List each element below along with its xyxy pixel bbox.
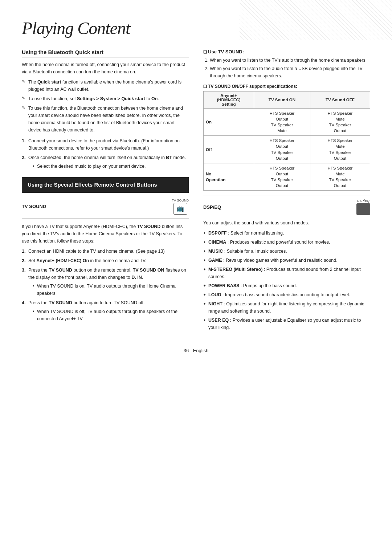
tv-symbol: 📺	[177, 205, 184, 212]
table-label-on: On	[204, 109, 254, 136]
special-effects-box: Using the Special Effects Remote Control…	[22, 177, 189, 193]
dsp-item-7: LOUD : Improves bass sound characteristi…	[203, 291, 370, 298]
dsp-item-4: GAME : Revs up video games with powerful…	[203, 257, 370, 264]
tv-sound-body: If you have a TV that supports Anynet+ (…	[22, 223, 189, 245]
bluetooth-intro: When the home cinema is turned off, conn…	[22, 61, 189, 76]
table-on-sound-off: HTS SpeakerMuteTV SpeakerOutput	[310, 109, 370, 136]
page-footer: 36 - English	[22, 344, 370, 353]
dsp-item-8: NIGHT : Optimizes sound for night time l…	[203, 300, 370, 315]
tv-sound-icon-box: TV SOUND 📺	[172, 199, 189, 215]
dsp-eq-body: You can adjust the sound with various so…	[203, 219, 370, 227]
bluetooth-memo-list: The Quick start function is available wh…	[22, 78, 189, 134]
memo-item-1: The Quick start function is available wh…	[22, 78, 189, 93]
table-row-no-op: NoOperation HTS SpeakerOutputTV SpeakerO…	[204, 163, 370, 190]
tv-sound-label: TV SOUND	[22, 204, 164, 209]
bluetooth-steps: 1. Connect your smart device to the prod…	[22, 137, 189, 170]
dsp-item-5: M-STEREO (Multi Stereo) : Produces surro…	[203, 266, 370, 280]
table-label-off: Off	[204, 136, 254, 163]
dsp-eq-section: DSP/EQ DSP/EQ	[203, 195, 370, 215]
spec-table: Anynet+(HDMI-CEC)Setting TV Sound ON TV …	[203, 91, 370, 191]
dsp-item-6: POWER BASS : Pumps up the bass sound.	[203, 282, 370, 289]
tv-sound-step-3-sub: When TV SOUND is on, TV audio outputs th…	[33, 282, 189, 297]
use-tv-sound-heading: Use TV SOUND:	[203, 49, 370, 54]
bluetooth-step-2: 2. Once connected, the home cinema will …	[22, 154, 189, 170]
right-column: Use TV SOUND: When you want to listen to…	[203, 49, 370, 333]
dsp-item-2: CINEMA : Produces realistic and powerful…	[203, 239, 370, 246]
dsp-eq-icon-box: DSP/EQ	[356, 199, 370, 215]
table-off-sound-off: HTS SpeakerMuteTV SpeakerOutput	[310, 136, 370, 163]
tv-sound-step-1: 1. Connect an HDMI cable to the TV and h…	[22, 248, 189, 255]
use-tv-sound-item-1: When you want to listen to the TV's audi…	[210, 57, 370, 64]
dsp-item-3: MUSIC : Suitable for all music sources.	[203, 248, 370, 255]
table-row-off: Off HTS SpeakerOutputTV SpeakerOutput HT…	[204, 136, 370, 163]
table-no-op-sound-off: HTS SpeakerMuteTV SpeakerOutput	[310, 163, 370, 190]
tv-sound-step-4-sub: When TV SOUND is off, TV audio outputs t…	[33, 308, 189, 322]
tv-sound-section: TV SOUND TV SOUND 📺	[22, 199, 189, 219]
memo-item-3: To use this function, the Bluetooth conn…	[22, 105, 189, 134]
table-header-tv-sound-on: TV Sound ON	[254, 91, 310, 109]
tv-sound-icon: 📺	[173, 203, 187, 215]
use-tv-sound-list: When you want to listen to the TV's audi…	[203, 57, 370, 80]
bluetooth-step-1: 1. Connect your smart device to the prod…	[22, 137, 189, 152]
tv-sound-icon-label: TV SOUND	[172, 199, 189, 202]
table-label-no-op: NoOperation	[204, 163, 254, 190]
table-on-sound-on: HTS SpeakerOutputTV SpeakerMute	[254, 109, 310, 136]
table-row-on: On HTS SpeakerOutputTV SpeakerMute HTS S…	[204, 109, 370, 136]
table-header-tv-sound-off: TV Sound OFF	[310, 91, 370, 109]
bluetooth-heading: Using the Bluetooth Quick start	[22, 49, 189, 57]
memo-item-2: To use this function, set Settings > Sys…	[22, 95, 189, 102]
bluetooth-section: Using the Bluetooth Quick start When the…	[22, 49, 189, 170]
dsp-item-1: DSPOFF : Select for normal listening.	[203, 229, 370, 237]
dsp-eq-label: DSP/EQ	[203, 204, 349, 210]
page-title: Playing Content	[22, 18, 370, 38]
use-tv-sound-item-2: When you want to listen to the audio fro…	[210, 65, 370, 80]
tv-sound-step-2: 2. Set Anynet+ (HDMI-CEC) On in the home…	[22, 257, 189, 264]
special-effects-title: Using the Special Effects Remote Control…	[28, 181, 183, 189]
dsp-item-9: USER EQ : Provides a user adjustable Equ…	[203, 317, 370, 331]
table-no-op-sound-on: HTS SpeakerOutputTV SpeakerOutput	[254, 163, 310, 190]
tv-sound-onoff-heading: TV SOUND ON/OFF support specifications:	[203, 84, 370, 89]
tv-sound-steps: 1. Connect an HDMI cable to the TV and h…	[22, 248, 189, 322]
tv-sound-step-3: 3. Press the TV SOUND button on the remo…	[22, 267, 189, 297]
bluetooth-step-2-sub: Select the desired music to play on your…	[33, 163, 189, 170]
dsp-eq-icon-label: DSP/EQ	[357, 199, 369, 203]
dsp-eq-list: DSPOFF : Select for normal listening. CI…	[203, 229, 370, 331]
table-header-setting: Anynet+(HDMI-CEC)Setting	[204, 91, 254, 109]
table-off-sound-on: HTS SpeakerOutputTV SpeakerOutput	[254, 136, 310, 163]
dsp-eq-icon	[356, 203, 370, 215]
tv-sound-step-4: 4. Press the TV SOUND button again to tu…	[22, 299, 189, 322]
left-column: Using the Bluetooth Quick start When the…	[22, 49, 189, 333]
